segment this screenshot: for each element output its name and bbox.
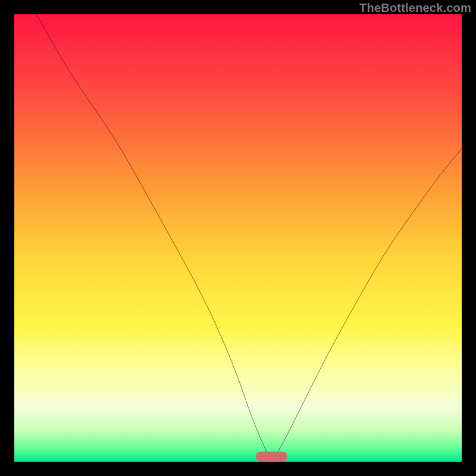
gradient-background (14, 14, 462, 462)
svg-rect-0 (14, 14, 462, 462)
plot-area (14, 14, 462, 462)
watermark-label: TheBottleneck.com (359, 1, 471, 15)
chart-frame: TheBottleneck.com (0, 0, 476, 476)
optimal-zone-marker (256, 452, 287, 462)
